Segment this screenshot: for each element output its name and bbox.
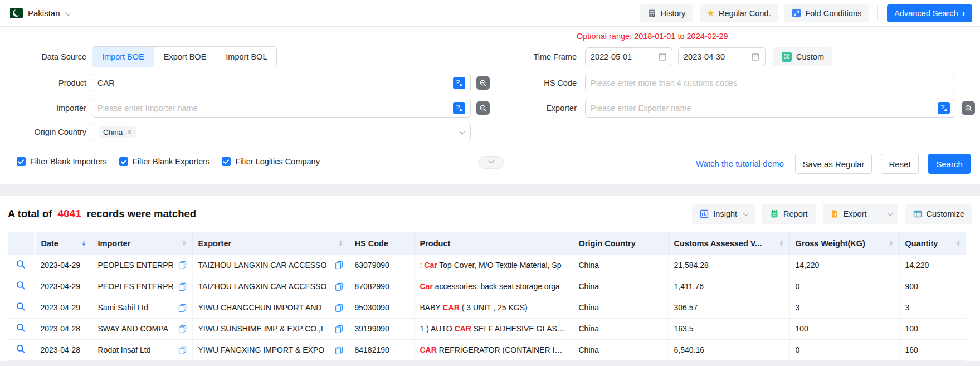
export-icon: [830, 209, 839, 218]
copy-icon[interactable]: [178, 346, 187, 354]
origin-country-select[interactable]: China ✕: [92, 123, 471, 141]
checkbox-checked-icon[interactable]: [119, 157, 128, 166]
column-header[interactable]: Customs Assessed V... ▲▼: [668, 232, 789, 255]
save-as-regular-button[interactable]: Save as Regular: [795, 154, 872, 174]
country-name: Pakistan: [28, 8, 60, 18]
translate-icon[interactable]: A: [453, 77, 465, 89]
hs-code-input[interactable]: [591, 79, 950, 87]
export-options-button[interactable]: [879, 204, 898, 224]
search-mode-icon[interactable]: [476, 101, 490, 115]
results-section: A total of 4041 records were matched Ins…: [0, 196, 980, 361]
date-to-field[interactable]: [678, 47, 766, 66]
custom-range-button[interactable]: ⌘ Custom: [773, 47, 832, 66]
view-detail-icon[interactable]: [16, 281, 26, 290]
date-from-input[interactable]: [591, 52, 658, 61]
copy-icon[interactable]: [178, 325, 187, 333]
importer-field[interactable]: A: [92, 99, 471, 118]
sort-icons[interactable]: ▲▼: [82, 240, 86, 247]
calendar-icon[interactable]: [658, 52, 667, 61]
history-button[interactable]: History: [640, 4, 693, 22]
column-header[interactable]: Exporter ▲▼: [192, 232, 349, 255]
filter-blank-exporters[interactable]: Filter Blank Exporters: [119, 157, 210, 166]
search-mode-icon[interactable]: [476, 76, 490, 90]
importer-name[interactable]: SWAY AND COMPA: [98, 324, 168, 333]
view-detail-icon[interactable]: [16, 260, 26, 269]
date-from-field[interactable]: [585, 47, 672, 66]
country-selector[interactable]: Pakistan: [8, 8, 70, 18]
product-cell: : Car Top Cover, M/O Textile Material, S…: [420, 261, 567, 270]
sort-icons[interactable]: ▲▼: [182, 240, 187, 247]
importer-input[interactable]: [97, 104, 453, 113]
search-mode-icon[interactable]: [962, 101, 975, 115]
column-header[interactable]: HS Code: [349, 232, 414, 255]
column-header[interactable]: Importer ▲▼: [92, 232, 192, 255]
copy-icon[interactable]: [335, 304, 343, 312]
export-button[interactable]: Export: [823, 204, 874, 224]
column-header[interactable]: Quantity ▲▼: [899, 232, 966, 255]
filter-checkboxes: Filter Blank Importers Filter Blank Expo…: [17, 157, 320, 166]
tutorial-link[interactable]: Watch the tutorial demo: [696, 154, 784, 174]
sort-icons[interactable]: ▲▼: [779, 240, 784, 247]
checkbox-checked-icon[interactable]: [17, 157, 26, 166]
copy-icon[interactable]: [178, 282, 187, 291]
copy-icon[interactable]: [178, 304, 187, 312]
translate-icon[interactable]: A: [938, 102, 950, 114]
filter-logistics-company[interactable]: Filter Logitics Company: [222, 157, 320, 166]
exporter-name[interactable]: TAIZHOU LANGXIN CAR ACCESSO: [198, 282, 327, 291]
column-header[interactable]: Origin Country: [573, 232, 668, 255]
tab-import-boe[interactable]: Import BOE: [92, 47, 154, 67]
importer-name[interactable]: PEOPLES ENTERPR: [98, 282, 174, 291]
search-button[interactable]: Search: [928, 154, 971, 174]
column-header[interactable]: [8, 232, 35, 255]
copy-icon[interactable]: [335, 346, 343, 354]
exporter-name[interactable]: YIWU FANGXING IMPORT & EXPO: [198, 345, 325, 354]
sort-icons[interactable]: ▲▼: [339, 240, 343, 247]
time-frame-label: Time Frame: [490, 47, 577, 66]
gross-weight-cell: 3: [796, 303, 800, 312]
exporter-name[interactable]: TAIZHOU LANGXIN CAR ACCESSO: [198, 261, 327, 270]
importer-name[interactable]: Sami Sahil Ltd: [98, 303, 148, 312]
importer-name[interactable]: Rodat Insaf Ltd: [98, 345, 151, 354]
table-row: 2023-04-28 SWAY AND COMPA YIWU SUNSHIME …: [8, 318, 966, 339]
translate-icon[interactable]: A: [453, 102, 465, 114]
chevron-down-icon: [65, 9, 71, 15]
tab-import-bol[interactable]: Import BOL: [216, 47, 276, 67]
sort-icons[interactable]: ▲▼: [889, 240, 894, 247]
exporter-name[interactable]: YIWU SUNSHIME IMP & EXP CO.,L: [198, 324, 325, 333]
column-header[interactable]: Product: [414, 232, 573, 255]
copy-icon[interactable]: [335, 261, 343, 269]
insight-button[interactable]: Insight: [692, 204, 755, 224]
filter-blank-importers[interactable]: Filter Blank Importers: [17, 157, 107, 166]
view-detail-icon[interactable]: [16, 344, 26, 354]
checkbox-checked-icon[interactable]: [222, 157, 231, 166]
exporter-input[interactable]: [591, 104, 938, 113]
regular-cond-button[interactable]: ★ Regular Cond.: [700, 4, 778, 22]
copy-icon[interactable]: [335, 325, 343, 333]
date-cell: 2023-04-29: [41, 261, 81, 270]
customize-button[interactable]: Customize: [905, 204, 973, 224]
view-detail-icon[interactable]: [16, 302, 26, 311]
view-detail-icon[interactable]: [16, 323, 26, 333]
customs-value-cell: 306.57: [674, 303, 698, 312]
tab-export-boe[interactable]: Export BOE: [154, 47, 217, 67]
calendar-icon[interactable]: [751, 52, 760, 61]
column-header[interactable]: Gross Weight(KG) ▲▼: [789, 232, 899, 255]
collapse-conditions-button[interactable]: [478, 156, 504, 169]
product-field[interactable]: A: [92, 74, 471, 92]
column-header[interactable]: Date ▲▼: [35, 232, 92, 255]
exporter-field[interactable]: A: [585, 99, 955, 118]
fold-conditions-button[interactable]: Fold Conditions: [784, 4, 869, 22]
date-to-input[interactable]: [684, 52, 751, 61]
importer-name[interactable]: PEOPLES ENTERPR: [98, 261, 174, 270]
hs-code-field[interactable]: [585, 74, 955, 92]
date-cell: 2023-04-29: [41, 282, 81, 291]
copy-icon[interactable]: [335, 282, 343, 291]
product-input[interactable]: [97, 79, 453, 87]
exporter-name[interactable]: YIWU CHANGCHUN IMPORT AND: [198, 303, 322, 312]
reset-button[interactable]: Reset: [881, 154, 919, 174]
report-button[interactable]: Report: [762, 204, 816, 224]
sort-icons[interactable]: ▲▼: [956, 240, 961, 247]
remove-tag-icon[interactable]: ✕: [126, 128, 132, 136]
advanced-search-button[interactable]: Advanced Search ›: [887, 4, 972, 22]
copy-icon[interactable]: [178, 261, 187, 269]
